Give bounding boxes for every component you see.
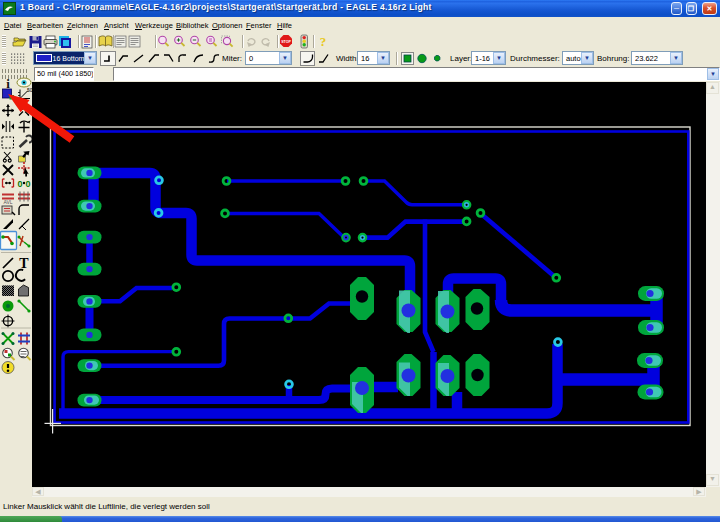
svg-text:AVL: AVL [3,199,12,205]
svg-text:0: 0 [18,179,23,189]
svg-text:?: ? [320,34,327,49]
svg-text:0: 0 [26,179,31,189]
svg-text:STOP: STOP [281,40,291,44]
